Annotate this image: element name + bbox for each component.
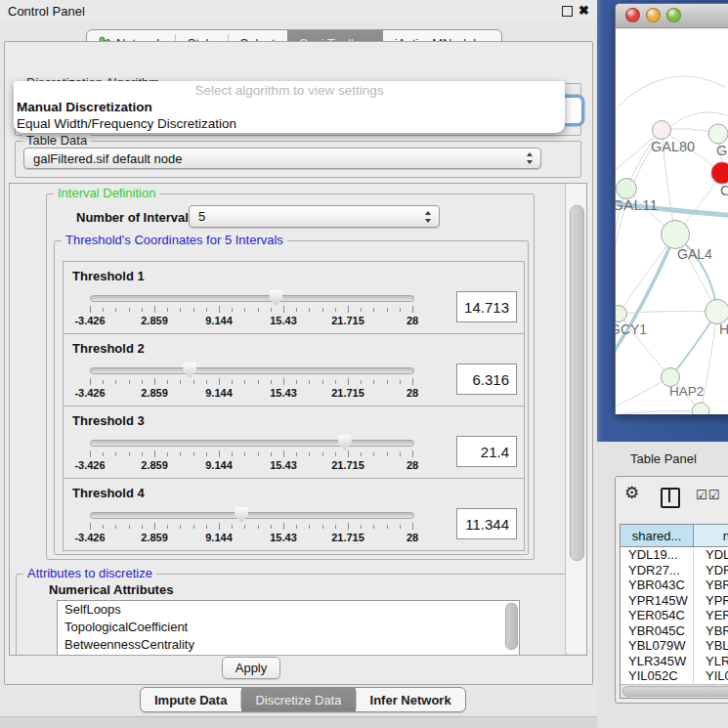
threshold-3-slider[interactable]: -3.4262.8599.14415.4321.71528: [90, 436, 412, 477]
slider-tick-label: -3.426: [74, 459, 105, 471]
slider-track[interactable]: [90, 440, 414, 447]
gear-icon[interactable]: ⚙: [624, 483, 639, 503]
table-cell[interactable]: YDR2: [694, 563, 728, 578]
network-node[interactable]: [711, 162, 728, 184]
table-cell[interactable]: YLR345W: [621, 654, 694, 669]
network-edge[interactable]: [618, 76, 725, 107]
slider-tick-labels: -3.4262.8599.14415.4321.71528: [90, 315, 412, 328]
horizontal-scrollbar[interactable]: [621, 684, 728, 698]
tab-discretize-data-label: Discretize Data: [255, 693, 341, 707]
threshold-4-slider[interactable]: -3.4262.8599.14415.4321.71528: [90, 508, 412, 549]
table-cell[interactable]: YIL052C: [621, 668, 694, 684]
slider-handle[interactable]: [269, 290, 282, 306]
table-cell[interactable]: YBR045C: [621, 623, 694, 639]
table-cell[interactable]: YBR0: [694, 578, 728, 593]
table-cell[interactable]: YBL079W: [621, 638, 694, 654]
slider-handle[interactable]: [338, 435, 352, 450]
close-icon[interactable]: ✖: [578, 3, 589, 18]
slider-tick: [412, 523, 413, 530]
threshold-1-value-field[interactable]: 14.713: [456, 291, 517, 322]
slider-tick: [244, 380, 245, 384]
table-cell[interactable]: YER0: [694, 608, 728, 623]
numerical-attributes-list[interactable]: SelfLoopsTopologicalCoefficientBetweenne…: [57, 600, 520, 656]
network-canvas[interactable]: GAL80GCGAL11GAL4GCY1HHAP2: [616, 28, 728, 414]
slider-track[interactable]: [90, 512, 414, 519]
slider-tick: [232, 452, 233, 456]
network-edge[interactable]: [616, 235, 675, 361]
table-data-combobox[interactable]: galFiltered.sif default node: [23, 148, 541, 169]
close-traffic-light-icon[interactable]: [625, 8, 640, 22]
table-row[interactable]: YLR345WYLR3: [621, 654, 728, 669]
network-node[interactable]: [708, 124, 728, 144]
network-edge[interactable]: [616, 411, 701, 415]
slider-tick: [322, 452, 323, 456]
threshold-2-slider[interactable]: -3.4262.8599.14415.4321.71528: [90, 364, 412, 405]
slider-tick: [244, 452, 245, 456]
table-cell[interactable]: YDL19...: [621, 547, 694, 563]
threshold-1-slider[interactable]: -3.4262.8599.14415.4321.71528: [90, 291, 412, 332]
table-cell[interactable]: YER054C: [621, 608, 694, 623]
attribute-list-item[interactable]: SelfLoops: [58, 601, 519, 619]
minimize-traffic-light-icon[interactable]: [646, 8, 661, 22]
threshold-2-value-field[interactable]: 6.316: [456, 364, 517, 395]
attribute-list-item[interactable]: TopologicalCoefficient: [58, 619, 519, 636]
table-cell[interactable]: YDL1: [694, 547, 728, 563]
table-cell[interactable]: YPR145W: [621, 593, 694, 609]
slider-track[interactable]: [90, 295, 414, 302]
split-table-icon[interactable]: [661, 488, 680, 508]
vertical-scrollbar-thumb[interactable]: [570, 205, 584, 561]
attribute-list-item[interactable]: BetweennessCentrality: [58, 636, 519, 654]
float-window-icon[interactable]: [562, 6, 573, 17]
slider-tick-labels: -3.4262.8599.14415.4321.71528: [90, 532, 412, 545]
slider-tick: [206, 525, 207, 529]
table-cell[interactable]: YIL0: [694, 668, 728, 684]
table-row[interactable]: YBR045CYBR0: [621, 623, 728, 639]
network-node[interactable]: [616, 306, 627, 322]
checkbox-columns-icon[interactable]: ☑☑: [696, 488, 720, 502]
slider-tick: [361, 452, 362, 456]
slider-tick: [154, 523, 155, 530]
table-cell[interactable]: YBR0: [694, 623, 728, 639]
slider-tick: [412, 450, 413, 457]
threshold-4-value-field[interactable]: 11.344: [456, 508, 517, 539]
table-cell[interactable]: YBR043C: [621, 578, 694, 593]
number-of-intervals-combobox[interactable]: 5: [189, 205, 440, 228]
apply-button[interactable]: Apply: [222, 657, 280, 679]
algorithm-option-equal-width[interactable]: Equal Width/Frequency Discretization: [14, 115, 565, 132]
tab-infer-network[interactable]: Infer Network: [357, 688, 465, 711]
table-cell[interactable]: YLR3: [694, 654, 728, 669]
table-cell[interactable]: YDR27...: [621, 563, 694, 578]
table-column-header[interactable]: shared...: [621, 525, 694, 546]
table-row[interactable]: YPR145WYPR1: [621, 593, 728, 609]
table-row[interactable]: YDR27...YDR2: [621, 563, 728, 578]
table-row[interactable]: YIL052CYIL0: [621, 668, 728, 684]
tab-discretize-data[interactable]: Discretize Data: [241, 688, 355, 711]
table-column-header[interactable]: na: [694, 525, 728, 546]
slider-track[interactable]: [90, 367, 414, 374]
network-node-label: GAL11: [616, 196, 658, 213]
network-node[interactable]: [706, 300, 728, 324]
attributes-list-scrollbar[interactable]: [505, 603, 518, 650]
vertical-scrollbar[interactable]: [565, 184, 586, 653]
zoom-traffic-light-icon[interactable]: [666, 8, 681, 22]
slider-tick: [206, 452, 207, 456]
network-edge[interactable]: [619, 311, 717, 314]
table-row[interactable]: YDL19...YDL1: [621, 547, 728, 563]
slider-handle[interactable]: [183, 363, 196, 378]
threshold-3-value-field[interactable]: 21.4: [456, 436, 517, 467]
tab-impute-data[interactable]: Impute Data: [141, 688, 240, 711]
slider-handle[interactable]: [235, 507, 248, 523]
table-row[interactable]: YBL079WYBL0: [621, 638, 728, 654]
network-node[interactable]: [653, 121, 671, 140]
table-row[interactable]: YBR043CYBR0: [621, 578, 728, 593]
network-node[interactable]: [662, 221, 690, 249]
horizontal-scrollbar-thumb[interactable]: [622, 686, 728, 697]
table-cell[interactable]: YPR1: [694, 593, 728, 609]
slider-tick: [271, 380, 272, 384]
status-strip: [0, 716, 597, 728]
slider-tick: [322, 525, 323, 529]
slider-tick: [90, 523, 91, 530]
table-cell[interactable]: YBL0: [694, 638, 728, 654]
algorithm-option-manual[interactable]: Manual Discretization: [14, 99, 565, 115]
table-row[interactable]: YER054CYER0: [621, 608, 728, 623]
